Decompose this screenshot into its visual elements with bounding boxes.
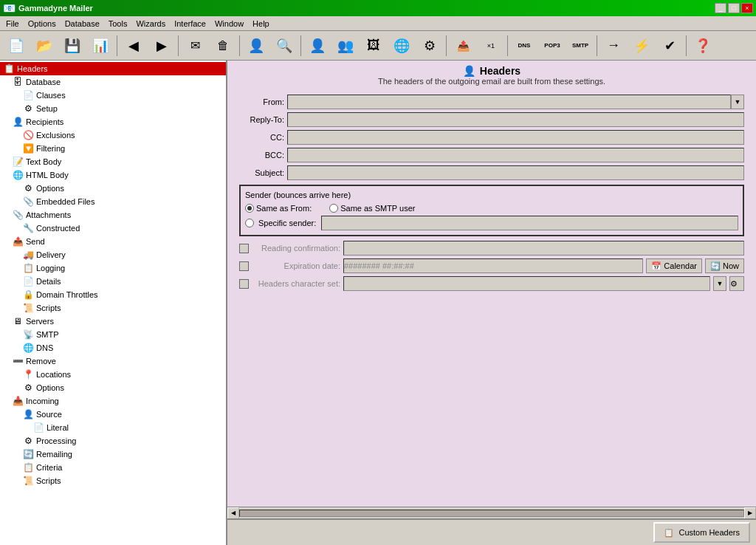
help-button[interactable]: ❓ [690, 33, 716, 58]
menu-tools[interactable]: Tools [104, 18, 132, 30]
expiration-checkbox[interactable] [239, 261, 249, 271]
new-button[interactable]: 📄 [3, 33, 30, 58]
sidebar-item-clauses[interactable]: 📄 Clauses [0, 89, 226, 102]
check-button[interactable]: ✔ [656, 33, 683, 58]
bcc-row: BCC: [239, 148, 744, 162]
delete-button[interactable]: 🗑 [210, 33, 236, 58]
menu-file[interactable]: File [1, 18, 24, 30]
save-button[interactable]: 💾 [59, 33, 86, 58]
recipients-button[interactable]: 👤 [243, 33, 269, 58]
group-button[interactable]: 👥 [332, 33, 359, 58]
reading-conf-checkbox[interactable] [239, 244, 249, 253]
sidebar-item-smtp[interactable]: 📡 SMTP [0, 328, 226, 341]
sidebar-item-setup[interactable]: ⚙ Setup [0, 102, 226, 115]
forward-button[interactable]: ▶ [148, 33, 175, 58]
sidebar-item-domain-throttles[interactable]: 🔒 Domain Throttles [0, 288, 226, 301]
back-button[interactable]: ◀ [120, 33, 147, 58]
menu-window[interactable]: Window [210, 18, 248, 30]
scroll-left-button[interactable]: ◀ [227, 507, 239, 519]
scroll-track[interactable] [239, 510, 744, 517]
subject-input[interactable] [287, 165, 744, 180]
from-input[interactable] [287, 95, 731, 109]
sidebar-item-options2[interactable]: ⚙ Options [0, 381, 226, 394]
sidebar-item-scripts2[interactable]: 📜 Scripts [0, 474, 226, 487]
menu-database[interactable]: Database [61, 18, 104, 30]
globe-button[interactable]: 🌐 [388, 33, 415, 58]
sidebar-item-servers[interactable]: 🖥 Servers [0, 315, 226, 328]
sidebar-label-incoming: Incoming [26, 397, 59, 405]
sidebar-label-source: Source [36, 410, 62, 419]
sidebar-item-delivery[interactable]: 🚚 Delivery [0, 248, 226, 261]
compose-button[interactable]: ✉ [182, 33, 208, 58]
calendar-icon: 📅 [651, 261, 662, 271]
sidebar-label-headers: Headers [17, 64, 48, 73]
specific-sender-radio[interactable] [245, 219, 254, 227]
scroll-right-button[interactable]: ▶ [744, 507, 756, 519]
activity-button[interactable]: 📊 [87, 33, 114, 58]
from-dropdown-button[interactable]: ▼ [731, 95, 744, 109]
sidebar-item-constructed[interactable]: 🔧 Constructed [0, 222, 226, 235]
menu-options[interactable]: Options [24, 18, 61, 30]
same-as-smtp-radio[interactable] [329, 204, 338, 213]
charset-extra-button[interactable]: ⚙ [729, 276, 744, 291]
sidebar-item-remailing[interactable]: 🔄 Remailing [0, 448, 226, 461]
sidebar-item-source[interactable]: 👤 Source [0, 408, 226, 421]
bcc-input[interactable] [287, 148, 744, 162]
x1-button[interactable]: ×1 [478, 33, 504, 58]
headers-charset-input[interactable] [343, 276, 710, 291]
sidebar-item-database[interactable]: 🗄 Database [0, 75, 226, 89]
charset-dropdown-button[interactable]: ▼ [713, 276, 726, 291]
custom-headers-button[interactable]: 📋 Custom Headers [653, 522, 750, 543]
replyto-input[interactable] [287, 112, 744, 127]
sidebar-item-htmlbody[interactable]: 🌐 HTML Body [0, 168, 226, 182]
toolbar-sep-5 [446, 35, 447, 56]
sidebar-item-remove[interactable]: ➖ Remove [0, 354, 226, 368]
sidebar-label-delivery: Delivery [36, 250, 66, 259]
menu-help[interactable]: Help [248, 18, 274, 30]
sidebar-item-recipients[interactable]: 👤 Recipients [0, 115, 226, 128]
cc-input[interactable] [287, 130, 744, 145]
sidebar-item-literal[interactable]: 📄 Literal [0, 421, 226, 434]
specific-sender-input[interactable] [321, 216, 738, 230]
sidebar-item-scripts[interactable]: 📜 Scripts [0, 301, 226, 315]
sidebar-item-attachments[interactable]: 📎 Attachments [0, 208, 226, 222]
search-button[interactable]: 🔍 [271, 33, 298, 58]
sidebar-item-filtering[interactable]: 🔽 Filtering [0, 142, 226, 155]
sidebar-item-exclusions[interactable]: 🚫 Exclusions [0, 128, 226, 142]
same-as-smtp-option[interactable]: Same as SMTP user [329, 204, 415, 213]
expiration-input[interactable] [343, 258, 643, 273]
image-button[interactable]: 🖼 [360, 33, 387, 58]
smtp-button[interactable]: SMTP [567, 33, 594, 58]
sidebar-item-textbody[interactable]: 📝 Text Body [0, 155, 226, 168]
lightning-button[interactable]: ⚡ [628, 33, 655, 58]
close-button[interactable]: × [741, 3, 753, 13]
now-button[interactable]: 🔄 Now [705, 258, 744, 273]
menu-interface[interactable]: Interface [170, 18, 210, 30]
pop3-button[interactable]: POP3 [539, 33, 566, 58]
maximize-button[interactable]: □ [728, 3, 740, 13]
sidebar-item-dns[interactable]: 🌐 DNS [0, 341, 226, 354]
sidebar-item-processing[interactable]: ⚙ Processing [0, 434, 226, 448]
open-button[interactable]: 📂 [31, 33, 58, 58]
menu-wizards[interactable]: Wizards [131, 18, 170, 30]
sidebar-item-embedded[interactable]: 📎 Embedded Files [0, 195, 226, 208]
sidebar-item-send[interactable]: 📤 Send [0, 235, 226, 248]
calendar-button[interactable]: 📅 Calendar [646, 258, 702, 273]
same-as-from-option[interactable]: Same as From: [245, 204, 312, 213]
headers-charset-checkbox[interactable] [239, 279, 249, 289]
sidebar-item-headers[interactable]: 📋 Headers [0, 62, 226, 75]
send-button[interactable]: 📤 [450, 33, 476, 58]
sidebar-item-options[interactable]: ⚙ Options [0, 182, 226, 195]
dns-button[interactable]: DNS [511, 33, 537, 58]
sidebar-item-incoming[interactable]: 📥 Incoming [0, 394, 226, 408]
person-button[interactable]: 👤 [304, 33, 331, 58]
sidebar-item-logging[interactable]: 📋 Logging [0, 261, 226, 275]
minimize-button[interactable]: _ [715, 3, 726, 13]
sidebar-item-details[interactable]: 📄 Details [0, 275, 226, 288]
arrow1-button[interactable]: → [600, 33, 627, 58]
config-button[interactable]: ⚙ [416, 33, 443, 58]
same-as-from-radio[interactable] [245, 204, 254, 213]
reading-conf-input[interactable] [343, 241, 744, 256]
sidebar-item-criteria[interactable]: 📋 Criteria [0, 461, 226, 474]
sidebar-item-locations[interactable]: 📍 Locations [0, 368, 226, 381]
